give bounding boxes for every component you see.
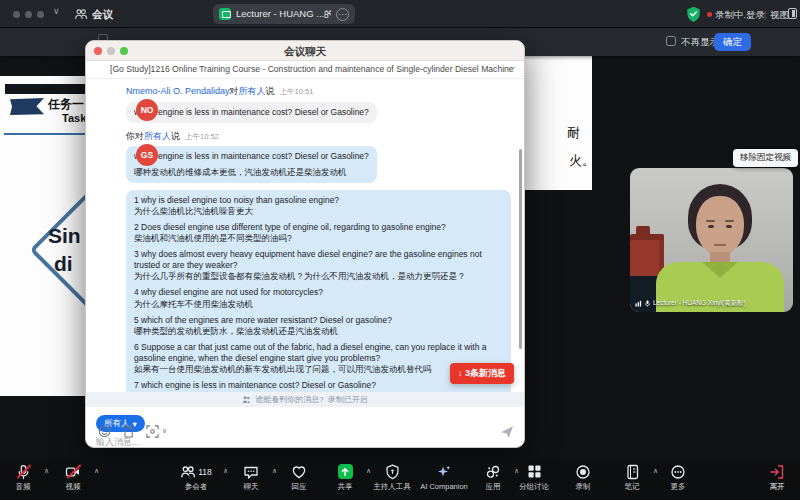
question-item: 3 why does almost every heavy equipment … [134,249,503,282]
message-group: Nmemo-Ali O. Pendaliday对所有人说上午10:51 NO w… [126,85,512,130]
divider: | [764,9,766,20]
file-attach-icon[interactable] [122,425,135,438]
chat-titlebar[interactable]: 会议聊天 [86,41,524,61]
question-zh: 为什么几乎所有的重型设备都有柴油发动机？为什么不用汽油发动机，是动力更弱还是？ [134,271,503,282]
slide-header-band [5,84,85,94]
question-item: 6 Suppose a car that just came out of th… [134,342,503,375]
avatar[interactable]: NO [136,99,158,121]
login-button[interactable]: 登录 [746,9,765,22]
chat-bubble: which engine is less in maintenance cost… [126,146,377,183]
toolbar-video[interactable]: 视频 ∧ [45,463,101,492]
toolbar-leave[interactable]: 离开 [749,463,800,492]
mic-icon [644,300,651,307]
share-screen-icon [338,464,353,479]
more-options-icon[interactable]: ⋯ [506,62,516,73]
slide-divider [4,133,85,135]
audience-link[interactable]: 所有人 [239,86,266,96]
window-minimize-button[interactable] [25,11,32,18]
meeting-app-window: ∨ 会议 Lecturer - HUANG ...的屏幕 ⋯ 录制中... 登录… [0,0,800,500]
slide-task-title-en: Task 1 W [62,112,85,124]
toolbar-record[interactable]: 录制 [555,463,611,492]
screen-share-tab-title: Lecturer - HUANG ...的屏幕 [236,8,331,21]
task-flag-icon [10,98,44,115]
toolbar-audio[interactable]: 音频 ∧ [0,463,51,492]
new-messages-button[interactable]: ↓ 3条新消息 [450,363,514,384]
question-zh: 哪种类型的发动机更防水，柴油发动机还是汽油发动机 [134,326,503,337]
participant-count: 118 [198,467,212,477]
window-zoom-button[interactable] [37,11,44,18]
chat-window-title: 会议聊天 [86,41,524,61]
question-item: 5 which of the engines are more water re… [134,315,503,337]
question-en: 5 which of the engines are more water re… [134,315,503,326]
shared-slide-left: 任务一 单 Task 1 W Sin di [0,76,85,396]
chat-window: 会议聊天 [Go Study]1216 Online Training Cour… [85,40,525,448]
chat-bubble: which engine is less in maintenance cost… [126,102,377,123]
view-button[interactable]: 视图 [770,9,789,22]
security-shield-icon[interactable] [686,6,701,22]
timestamp: 上午10:52 [185,132,219,141]
question-en: 4 why diesel engine are not used for mot… [134,287,503,298]
chat-minimize-button[interactable] [107,47,115,55]
participant-name-label: Lecturer - HUANG Xinyi(黄新毅) [635,299,746,308]
sender-name[interactable]: Nmemo-Ali O. Pendaliday [126,86,230,96]
view-layout-icon[interactable] [788,8,797,19]
message-group: 你对所有人说上午10:52 GS which engine is less in… [126,130,512,190]
chat-close-button[interactable] [94,47,102,55]
window-close-button[interactable] [13,11,20,18]
chat-message-list[interactable]: Nmemo-Ali O. Pendaliday对所有人说上午10:51 NO w… [86,79,524,392]
question-en: 3 why does almost every heavy equipment … [134,249,503,271]
chevron-down-icon[interactable]: ∨ [53,6,60,16]
question-item: 1 why is diesel engine too noisy than ga… [134,195,503,217]
remove-pin-badge[interactable]: 移除固定视频 [733,149,798,167]
audio-level-icon [635,300,642,307]
slide-big-text-2: di [54,252,73,276]
send-button[interactable] [500,425,514,442]
screenshot-icon[interactable] [146,425,159,438]
face-detail [726,225,732,228]
face-detail [708,225,714,228]
bubble-line-zh: 哪种发动机的维修成本更低，汽油发动机还是柴油发动机 [134,167,369,178]
chat-status-bar: 谁能看到你的消息? 录制已开启 [86,392,524,407]
toolbar-more[interactable]: 更多 [650,463,706,492]
question-item: 4 why diesel engine are not used for mot… [134,287,503,309]
toolbar-host-tools[interactable]: 主持人工具 [364,463,420,492]
screen-icon [219,8,231,20]
question-zh: 为什么摩托车不使用柴油发动机 [134,299,503,310]
dont-show-checkbox[interactable] [666,36,676,46]
chevron-up-icon[interactable]: ∧ [94,467,99,475]
question-zh: 柴油机和汽油机使用的是不同类型的油吗? [134,233,503,244]
slide-diamond-shape [29,169,85,330]
screen-share-tab[interactable]: Lecturer - HUANG ...的屏幕 ⋯ [213,4,355,24]
title-bar: ∨ 会议 Lecturer - HUANG ...的屏幕 ⋯ 录制中... 登录… [0,0,800,28]
shared-slide-right: 耐 火。 [525,56,592,190]
tab-more-icon[interactable]: ⋯ [336,8,349,21]
meeting-icon [74,7,88,21]
question-item: 2 Does diesel engine use different type … [134,222,503,244]
question-zh: 如果有一台使用柴油发动机的新车发动机出现了问题，可以用汽油发动机替代吗 [134,364,503,375]
avatar[interactable]: GS [136,144,158,166]
status-question-link[interactable]: 谁能看到你的消息? [255,394,323,405]
chat-zoom-button[interactable] [120,47,128,55]
confirm-button[interactable]: 确定 [714,33,751,51]
status-recording-text: 录制已开启 [328,394,368,405]
compose-icon-row: ∨ [96,425,514,441]
message-header: Nmemo-Ali O. Pendaliday对所有人说上午10:51 [126,85,512,98]
toolbar-breakout-rooms[interactable]: 分组讨论 [506,463,562,492]
question-en: 1 why is diesel engine too noisy than ga… [134,195,503,206]
chat-subject-row: [Go Study]1216 Online Training Course - … [86,61,524,79]
pinned-video-tile[interactable]: Lecturer - HUANG Xinyi(黄新毅) [630,168,793,312]
chevron-down-icon[interactable]: ∨ [162,427,167,435]
bubble-line-en: which engine is less in maintenance cost… [134,151,369,162]
meeting-subject: [Go Study]1216 Online Training Course - … [86,61,524,78]
slide-text-fragment-1: 耐 [567,124,580,142]
toolbar-participants[interactable]: 118 参会者 ∧ [166,463,226,492]
chat-scrollbar[interactable] [519,149,522,349]
question-en: 7 which engine is less in maintenance co… [134,380,503,391]
slide-task-title-zh: 任务一 单 [48,96,85,113]
audience-link[interactable]: 所有人 [144,131,171,141]
question-item: 7 which engine is less in maintenance co… [134,380,503,392]
slide-big-text-1: Sin [48,224,81,248]
question-en: 6 Suppose a car that just came out of th… [134,342,503,364]
emoji-icon[interactable] [98,425,111,438]
timestamp: 上午10:51 [280,87,314,96]
